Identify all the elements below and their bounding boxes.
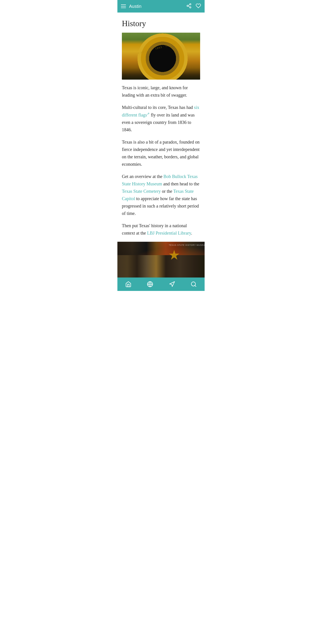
search-nav-icon[interactable] [183,278,205,291]
external-link-icon: ⇗ [147,112,150,116]
app-header: Austin [118,0,204,12]
svg-marker-7 [170,282,174,286]
navigate-nav-icon[interactable] [161,278,183,291]
menu-icon[interactable] [121,4,126,8]
favorite-icon[interactable] [196,3,201,10]
paragraph-1-text: Texas is iconic, large, and known for le… [122,85,188,98]
paragraph-2: Multi-cultural to its core, Texas has ha… [122,104,200,134]
paragraph-3: Texas is also a bit of a paradox, founde… [122,138,200,168]
paragraph-3-text: Texas is also a bit of a paradox, founde… [122,140,200,166]
svg-line-4 [188,5,190,6]
share-icon[interactable] [186,3,192,10]
page-title: History [122,19,200,28]
globe-nav-icon[interactable] [139,278,161,291]
header-right [186,3,201,10]
paragraph-4-middle1: and then head to the [162,181,199,186]
texas-star-icon: ★ [168,247,180,263]
home-nav-icon[interactable] [118,278,139,291]
hero-image: CAPITOL · 1893 · 12 LBS [122,33,200,80]
building-silhouette [118,255,204,278]
bottom-image: ★ TEXAS STATE HISTORY MUSEUM [118,242,204,278]
cannon-text: CAPITOL · 1893 · 12 LBS [138,42,176,55]
cannon-image: CAPITOL · 1893 · 12 LBS [122,33,200,80]
header-title: Austin [129,4,142,9]
paragraph-5-after: . [191,230,192,236]
svg-line-9 [195,285,196,286]
header-left: Austin [121,4,142,9]
paragraph-5: Then put Texas' history in a national co… [122,222,200,237]
svg-line-3 [188,6,190,7]
paragraph-4-middle2: or the [161,189,173,194]
museum-label: TEXAS STATE HISTORY MUSEUM [169,244,204,246]
texas-cemetery-link[interactable]: Texas State Cemetery [122,189,161,194]
lbj-library-link[interactable]: LBJ Presidential Library [147,230,191,236]
paragraph-4: Get an overview at the Bob Bullock Texas… [122,173,200,217]
paragraph-4-before: Get an overview at the [122,174,164,179]
paragraph-2-before: Multi-cultural to its core, Texas has ha… [122,105,194,110]
main-content: History CAPITOL · 1893 · 12 LBS Texas is… [118,12,204,237]
paragraph-1: Texas is iconic, large, and known for le… [122,84,200,99]
bottom-navigation [118,278,204,291]
